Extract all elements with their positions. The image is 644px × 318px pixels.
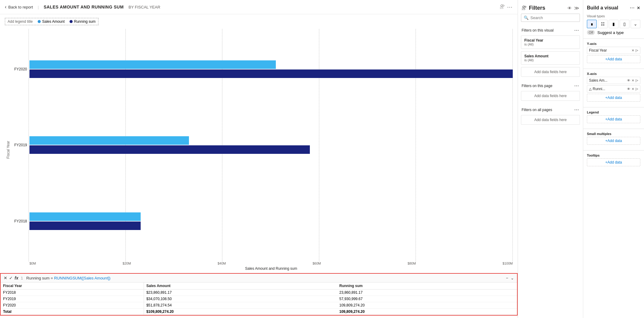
filter-icon[interactable]: ⛈ <box>500 4 505 10</box>
data-table-section: ✕ ✓ fx 1 Running sum = RUNNINGSUM([Sales… <box>0 273 518 316</box>
y-axis-expand-icon[interactable]: |> <box>635 49 638 52</box>
filter-header-icon: ⛈ <box>522 5 526 11</box>
build-visual-panel: Build a visual ⋯ ✕ Visual types ∎ ☷ ▮ ▯ … <box>583 0 644 318</box>
legend-running-label: Running sum <box>74 19 96 24</box>
bar-running-fy2019[interactable] <box>29 145 310 154</box>
y-axis-section: Y-axis Fiscal Year ✕ |> +Add data <box>583 40 644 67</box>
y-axis-clear-icon[interactable]: ✕ <box>632 49 634 52</box>
visual-type-table[interactable]: ∎ <box>587 20 597 28</box>
col-header-sales: Sales Amount <box>144 282 337 289</box>
back-label: Back to report <box>8 5 33 9</box>
suggest-type-toggle: Off Suggest a type <box>587 30 640 35</box>
formula-icons: ✕ ✓ fx <box>4 276 18 280</box>
add-data-all-label: Add data fields here <box>534 118 567 122</box>
x-axis-field-running[interactable]: △ Runni... 👁 ✕ |> <box>587 85 640 93</box>
filters-expand-icon[interactable]: ≫ <box>574 5 579 11</box>
bars-container: FY2020 FY2019 <box>10 29 513 262</box>
filters-icons: 👁 ≫ <box>567 5 579 11</box>
chart-header: ‹ Back to report | SALES AMOUNT AND RUNN… <box>0 0 518 14</box>
add-data-all[interactable]: Add data fields here <box>521 115 580 125</box>
row-sales: $34,070,108.50 <box>144 296 337 302</box>
table-row: FY2018 $23,860,891.17 23,860,891.17 <box>1 289 517 296</box>
add-data-visual-label: Add data fields here <box>534 70 567 74</box>
formula-confirm-icon[interactable]: ✓ <box>9 276 13 280</box>
chart-title: SALES AMOUNT AND RUNNING SUM <box>44 5 124 9</box>
y-axis-add-data[interactable]: +Add data <box>587 55 640 63</box>
filters-eye-icon[interactable]: 👁 <box>567 6 572 11</box>
visual-type-bar[interactable]: ▮ <box>609 20 618 28</box>
bars-group-fy2018 <box>29 212 513 230</box>
search-input[interactable] <box>530 15 581 20</box>
formula-variable: Running sum <box>26 276 50 280</box>
x-axis-running-clear-icon[interactable]: ✕ <box>632 87 634 91</box>
x-tick-0: $0M <box>29 262 36 265</box>
filter-sales-amount-value: is (All) <box>524 58 577 62</box>
formula-fx-icon[interactable]: fx <box>15 276 18 280</box>
x-axis-sales-expand-icon[interactable]: |> <box>635 79 638 83</box>
x-axis-running-name: Runni... <box>593 87 627 91</box>
chart-inner: FY2020 FY2019 <box>10 29 513 271</box>
small-multiples-add-data[interactable]: +Add data <box>587 137 640 145</box>
build-visual-icons: ⋯ ✕ <box>630 5 640 11</box>
legend-title[interactable]: Add legend title <box>8 19 33 24</box>
row-running: 109,809,274.20 <box>337 302 517 309</box>
bar-label-fy2020: FY2020 <box>10 67 27 71</box>
visual-types-grid: ∎ ☷ ▮ ▯ ⌄ <box>587 20 640 28</box>
formula-minimize-icon[interactable]: − <box>506 276 508 280</box>
x-axis-sales-clear-icon[interactable]: ✕ <box>632 79 634 83</box>
legend-add-data[interactable]: +Add data <box>587 115 640 123</box>
suggest-type-label: Suggest a type <box>597 30 624 35</box>
bar-sales-fy2019[interactable] <box>29 136 189 145</box>
more-options-icon[interactable]: ⋯ <box>507 4 513 10</box>
filters-visual-more-icon[interactable]: ⋯ <box>574 27 579 33</box>
toggle-off-label[interactable]: Off <box>587 30 595 35</box>
build-visual-title: Build a visual <box>587 5 627 11</box>
filter-fiscal-year-title: Fiscal Year <box>524 38 577 42</box>
back-arrow-icon: ‹ <box>5 4 6 10</box>
bar-running-fy2018[interactable] <box>29 222 141 230</box>
filters-all-more-icon[interactable]: ⋯ <box>574 107 579 113</box>
col-header-year: Fiscal Year <box>1 282 144 289</box>
visual-types-section: Visual types ∎ ☷ ▮ ▯ ⌄ Off Suggest a typ… <box>583 13 644 37</box>
formula-line-num: 1 <box>21 276 23 280</box>
formula-cancel-icon[interactable]: ✕ <box>4 276 7 280</box>
back-to-report-button[interactable]: ‹ Back to report <box>5 4 33 10</box>
visual-type-more[interactable]: ⌄ <box>631 20 640 28</box>
bar-label-fy2019: FY2019 <box>10 143 27 147</box>
x-axis-field-sales[interactable]: Sales Am... 👁 ✕ |> <box>587 77 640 84</box>
build-visual-header: Build a visual ⋯ ✕ <box>583 0 644 13</box>
add-data-page[interactable]: Add data fields here <box>521 91 580 101</box>
formula-equals: = <box>51 276 54 280</box>
filters-title: Filters <box>529 5 565 11</box>
x-axis-sales-eye-icon[interactable]: 👁 <box>627 79 630 83</box>
build-close-icon[interactable]: ✕ <box>637 5 640 10</box>
row-year: FY2019 <box>1 296 144 302</box>
visual-type-column[interactable]: ▯ <box>620 20 629 28</box>
filters-page-more-icon[interactable]: ⋯ <box>574 83 579 89</box>
bar-sales-fy2020[interactable] <box>29 60 276 69</box>
bar-sales-fy2018[interactable] <box>29 212 141 221</box>
x-axis-running-eye-icon[interactable]: 👁 <box>627 87 630 91</box>
bar-running-fy2020[interactable] <box>29 69 513 78</box>
add-data-visual[interactable]: Add data fields here <box>521 67 580 77</box>
build-more-icon[interactable]: ⋯ <box>630 5 635 11</box>
row-year: FY2020 <box>1 302 144 309</box>
visual-type-matrix[interactable]: ☷ <box>598 20 608 28</box>
filter-card-sales-amount[interactable]: Sales Amount is (All) <box>521 51 580 65</box>
y-axis-field-fiscal-year[interactable]: Fiscal Year ✕ |> <box>587 47 640 54</box>
x-axis-running-expand-icon[interactable]: |> <box>635 87 638 91</box>
x-tick-1: $20M <box>123 262 131 265</box>
tooltips-add-data[interactable]: +Add data <box>587 158 640 166</box>
x-tick-3: $60M <box>313 262 321 265</box>
formula-expand-icon[interactable]: ⌄ <box>511 276 514 280</box>
chart-subtitle: BY FISCAL YEAR <box>128 5 160 9</box>
filters-search-box[interactable]: 🔍 <box>521 14 580 22</box>
filter-fiscal-year-value: is (All) <box>524 42 577 46</box>
chart-legend: Add legend title Sales Amount Running su… <box>5 18 98 25</box>
table-total-row: Total $109,809,274.20 109,809,274.20 <box>1 309 517 315</box>
bar-row-fy2018: FY2018 <box>10 212 513 230</box>
filter-card-fiscal-year[interactable]: Fiscal Year is (All) <box>521 36 580 49</box>
x-axis-add-data[interactable]: +Add data <box>587 94 640 102</box>
formula-function: RUNNINGSUM([Sales Amount]) <box>54 276 111 280</box>
bars-group-fy2020 <box>29 60 513 78</box>
